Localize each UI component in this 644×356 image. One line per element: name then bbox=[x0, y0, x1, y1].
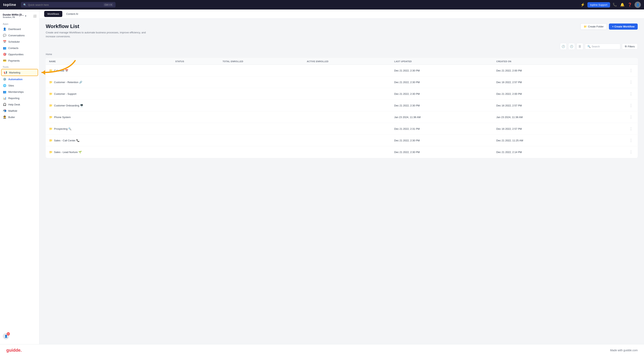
scheduler-icon: 📅 bbox=[3, 40, 6, 43]
row-more-button[interactable]: ⋮ bbox=[628, 149, 634, 155]
support-button[interactable]: topline Support bbox=[588, 2, 610, 8]
row-more-button[interactable]: ⋮ bbox=[628, 137, 634, 143]
page-description: Create and manage Workflows to automate … bbox=[46, 31, 148, 38]
row-status bbox=[172, 123, 220, 135]
sidebar-item-dashboard[interactable]: 👤 Dashboard bbox=[0, 26, 39, 32]
automation-icon: ⚙️ bbox=[3, 78, 6, 81]
phone-icon[interactable]: 📞 bbox=[612, 3, 618, 7]
row-more-button[interactable]: ⋮ bbox=[628, 91, 634, 97]
col-last-updated: Last Updated bbox=[391, 58, 493, 65]
table-row[interactable]: 📁 Customer - Retention 🔗 Dec 21 2022, 2:… bbox=[46, 76, 638, 88]
list-search-input[interactable] bbox=[592, 45, 618, 48]
sidebar-item-label: Butler bbox=[8, 116, 15, 119]
sidebar-item-sites[interactable]: 🌐 Sites bbox=[0, 82, 39, 89]
row-more-button[interactable]: ⋮ bbox=[628, 126, 634, 132]
row-more-button[interactable]: ⋮ bbox=[628, 114, 634, 120]
sidebar-item-opportunities[interactable]: 🎯 Opportunities bbox=[0, 51, 39, 58]
table-row[interactable]: 📁 Phone System Jan 23 2024, 11:38 AM Jan… bbox=[46, 111, 638, 123]
sidebar-item-conversations[interactable]: 💬 Conversations bbox=[0, 32, 39, 39]
folder-icon: 📁 bbox=[584, 25, 587, 28]
table-row[interactable]: 📁 Customer Onboarding 🖥️ Dec 21 2022, 2:… bbox=[46, 100, 638, 111]
sidebar-item-label: Help Desk bbox=[8, 103, 20, 106]
row-status bbox=[172, 100, 220, 111]
folder-icon: 📁 bbox=[49, 92, 52, 95]
row-last-updated: Dec 21 2022, 2:30 PM bbox=[391, 88, 493, 100]
global-search-input[interactable] bbox=[28, 3, 102, 6]
mailfold-icon: 📬 bbox=[3, 109, 6, 112]
table-row[interactable]: 📁 Sales - Call Center 📞 Dec 21 2022, 2:3… bbox=[46, 135, 638, 146]
sidebar-item-label: Automation bbox=[8, 78, 22, 81]
sidebar-expand-icon[interactable]: ⬜ bbox=[33, 15, 36, 18]
footer: guidde. Made with guidde.com bbox=[0, 344, 644, 356]
shortcut-badge: Ctrl + K bbox=[104, 3, 113, 6]
table-row[interactable]: 📁 Prospecting 🔍 Dec 21 2022, 2:31 PM Dec… bbox=[46, 123, 638, 135]
filters-button[interactable]: ⧉ Filters bbox=[622, 44, 638, 49]
conversations-icon: 💬 bbox=[3, 34, 6, 37]
search-wrap[interactable]: 🔍 bbox=[585, 44, 620, 49]
sidebar-item-butler[interactable]: 🤵 Butler bbox=[0, 114, 39, 120]
row-more-button[interactable]: ⋮ bbox=[628, 102, 634, 108]
sidebar-item-contacts[interactable]: 👥 Contacts bbox=[0, 45, 39, 51]
row-more-button[interactable]: ⋮ bbox=[628, 68, 634, 73]
row-created-on: Dec 21 2022, 2:14 PM bbox=[493, 146, 597, 158]
row-status bbox=[172, 76, 220, 88]
tab-contentai[interactable]: Content AI bbox=[63, 11, 82, 17]
tab-workflows[interactable]: Workflows bbox=[44, 11, 62, 17]
sidebar-item-payments[interactable]: 💳 Payments bbox=[0, 58, 39, 64]
row-last-updated: Jan 23 2024, 11:38 AM bbox=[391, 111, 493, 123]
row-name: Phone System bbox=[54, 116, 71, 119]
table-row[interactable]: 📁 Customer - Support Dec 21 2022, 2:30 P… bbox=[46, 88, 638, 100]
row-last-updated: Dec 21 2022, 2:31 PM bbox=[391, 123, 493, 135]
avatar[interactable]: 👤 bbox=[634, 2, 641, 8]
create-folder-button[interactable]: 📁 Create Folder bbox=[580, 23, 607, 30]
folder-icon: 📁 bbox=[49, 127, 52, 130]
row-total-enrolled bbox=[220, 88, 304, 100]
folder-icon: 📁 bbox=[49, 150, 52, 154]
help-icon[interactable]: ❓ bbox=[627, 3, 632, 7]
brand-logo: topline bbox=[3, 3, 16, 7]
bell-icon[interactable]: 🔔 bbox=[620, 3, 625, 7]
folder-icon: 📁 bbox=[49, 139, 52, 142]
sidebar-item-reporting[interactable]: 📊 Reporting bbox=[0, 95, 39, 101]
workflow-table: Name Status Total Enrolled Active Enroll… bbox=[46, 58, 638, 158]
table-header: Name Status Total Enrolled Active Enroll… bbox=[46, 58, 638, 65]
row-total-enrolled bbox=[220, 135, 304, 146]
col-name: Name bbox=[46, 58, 172, 65]
marketing-icon: 📢 bbox=[4, 71, 7, 74]
row-total-enrolled bbox=[220, 111, 304, 123]
sidebar-item-mailfold[interactable]: 📬 Mailfold bbox=[0, 108, 39, 114]
sidebar-item-scheduler[interactable]: 📅 Scheduler bbox=[0, 39, 39, 45]
page-title: Workflow List bbox=[46, 23, 148, 30]
row-total-enrolled bbox=[220, 146, 304, 158]
sidebar-item-helpdesk[interactable]: 🎧 Help Desk bbox=[0, 101, 39, 108]
create-workflow-button[interactable]: + Create Workflow bbox=[609, 24, 638, 30]
row-status bbox=[172, 146, 220, 158]
view-recent-button[interactable]: 🕙 bbox=[568, 43, 575, 50]
row-total-enrolled bbox=[220, 76, 304, 88]
view-clock-button[interactable]: 🕐 bbox=[560, 43, 567, 50]
row-created-on: Jan 23 2024, 11:38 AM bbox=[493, 111, 597, 123]
row-more-button[interactable]: ⋮ bbox=[628, 79, 634, 85]
table-row[interactable]: 📁 Calendar 📅 Dec 21 2022, 2:30 PM Dec 21… bbox=[46, 65, 638, 76]
org-chevron-icon: ▾ bbox=[25, 15, 26, 17]
sidebar-item-marketing[interactable]: 📢 Marketing bbox=[1, 69, 38, 76]
sidebar-item-automation[interactable]: ⚙️ Automation bbox=[0, 76, 39, 82]
sidebar-item-label: Memberships bbox=[8, 90, 24, 93]
row-total-enrolled bbox=[220, 123, 304, 135]
lightning-icon[interactable]: ⚡ bbox=[580, 3, 586, 7]
folder-icon: 📁 bbox=[49, 115, 52, 119]
content-area: Workflow List Create and manage Workflow… bbox=[40, 19, 644, 344]
table-row[interactable]: 📁 Sales - Lead Nurture 🌱 Dec 21 2022, 2:… bbox=[46, 146, 638, 158]
global-search-bar[interactable]: 🔍 Ctrl + K bbox=[21, 2, 116, 8]
sidebar-footer-badge[interactable]: 👤 53 bbox=[0, 331, 39, 342]
row-total-enrolled bbox=[220, 100, 304, 111]
org-selector[interactable]: Dunder Mifflin [D... Scranton, PA ▾ ⬜ bbox=[0, 12, 39, 20]
row-name: Customer Onboarding 🖥️ bbox=[54, 104, 83, 107]
nav-actions: ⚡ topline Support 📞 🔔 ❓ 👤 bbox=[580, 2, 641, 8]
org-location: Scranton, PA bbox=[3, 16, 24, 18]
sidebar-item-memberships[interactable]: 👥 Memberships bbox=[0, 89, 39, 95]
view-list-button[interactable]: ☰ bbox=[576, 43, 583, 50]
row-name: Sales - Call Center 📞 bbox=[54, 139, 80, 142]
row-active-enrolled bbox=[304, 88, 391, 100]
row-last-updated: Dec 21 2022, 2:30 PM bbox=[391, 76, 493, 88]
